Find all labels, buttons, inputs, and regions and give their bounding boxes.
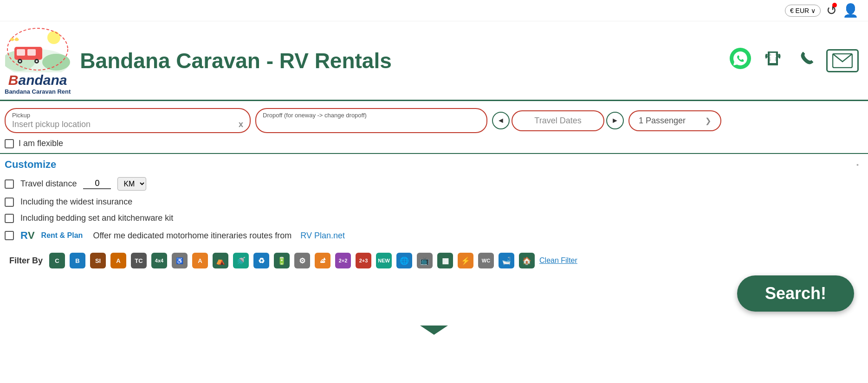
filter-badge-new[interactable]: NEW	[376, 253, 392, 268]
svg-rect-7	[27, 49, 36, 56]
customize-section: Customize ▪ Travel distance KM MI Includ…	[0, 154, 868, 275]
filter-badge-23[interactable]: 2+3	[356, 253, 371, 268]
filter-badge-tv[interactable]: 📺	[417, 253, 433, 268]
customize-title: Customize ▪	[5, 159, 859, 171]
filter-badge-tc[interactable]: TC	[131, 253, 147, 268]
filter-badge-22[interactable]: 2+2	[335, 253, 351, 268]
logo-svg	[5, 26, 70, 72]
passenger-chevron-icon: ❯	[705, 116, 711, 125]
bedding-label: Including bedding set and kitchenware ki…	[20, 213, 173, 223]
filter-badge-c[interactable]: C	[49, 253, 65, 268]
pickup-field[interactable]: Pickup Insert pickup location x	[5, 108, 251, 133]
bedding-checkbox[interactable]	[5, 214, 14, 223]
flexible-label: I am flexible	[19, 139, 63, 148]
filter-badge-battery[interactable]: 🔋	[274, 253, 290, 268]
filter-badge-recycle[interactable]: ♻	[253, 253, 269, 268]
search-row: Pickup Insert pickup location x Dropoff …	[5, 108, 859, 133]
search-button-area: Search!	[0, 275, 868, 321]
rv-brand-label: Rent & Plan	[41, 231, 83, 240]
bedding-row: Including bedding set and kitchenware ki…	[5, 213, 859, 223]
customize-title-text: Customize	[5, 159, 56, 171]
svg-point-9	[19, 60, 21, 62]
dropoff-input[interactable]	[263, 120, 480, 129]
rv-offer-text: Offer me dedicated motorhome itineraries…	[93, 231, 291, 241]
filter-badge-shower[interactable]: 🚿	[233, 253, 249, 268]
travel-dates-field[interactable]: Travel Dates	[512, 110, 604, 131]
svg-rect-6	[17, 49, 25, 56]
logo-subtitle: Bandana Caravan Rent	[5, 88, 71, 95]
header: Bandana Bandana Caravan Rent Bandana Car…	[0, 21, 868, 101]
pickup-inner: Insert pickup location x	[12, 120, 243, 129]
currency-label: € EUR	[790, 7, 809, 14]
search-section: Pickup Insert pickup location x Dropoff …	[0, 101, 868, 154]
site-title: Bandana Caravan - RV Rentals	[80, 48, 392, 73]
flexible-row: I am flexible	[5, 139, 859, 148]
filter-badge-wc[interactable]: ♿	[172, 253, 188, 268]
chevron-down-icon	[420, 326, 448, 335]
bottom-chevron-area	[0, 321, 868, 339]
header-right	[729, 47, 859, 75]
email-button[interactable]	[826, 49, 859, 72]
filter-badge-camp[interactable]: 🏕	[315, 253, 330, 268]
rv-offer-row: RV Rent & Plan Offer me dedicated motorh…	[5, 230, 859, 242]
svg-point-11	[36, 60, 38, 62]
whatsapp-icon[interactable]	[729, 47, 752, 75]
dates-wrapper: ◄ Travel Dates ►	[492, 110, 624, 131]
insurance-label: Including the widest insurance	[20, 197, 132, 207]
svg-point-3	[47, 31, 60, 44]
filter-badge-tent[interactable]: ⛺	[213, 253, 228, 268]
refresh-icon[interactable]: ↺	[826, 3, 837, 18]
filter-badge-a2[interactable]: A	[192, 253, 208, 268]
filter-badge-a[interactable]: A	[110, 253, 126, 268]
filter-row: Filter By C B SI A TC 4x4 ♿ A ⛺ 🚿 ♻ 🔋 ⚙ …	[5, 248, 859, 268]
header-left: Bandana Bandana Caravan Rent Bandana Car…	[5, 26, 392, 95]
passenger-value: 1 Passenger	[639, 116, 686, 126]
notification-dot	[832, 3, 837, 7]
insurance-row: Including the widest insurance	[5, 197, 859, 207]
filter-badge-b[interactable]: B	[70, 253, 85, 268]
pickup-label: Pickup	[12, 112, 243, 119]
dropoff-label: Dropoff (for oneway -> change dropoff)	[263, 112, 480, 119]
flexible-checkbox[interactable]	[5, 139, 14, 148]
filter-badge-home[interactable]: 🏠	[519, 253, 535, 268]
unit-select[interactable]: KM MI	[117, 177, 146, 191]
passenger-field[interactable]: 1 Passenger ❯	[628, 110, 721, 131]
user-icon[interactable]: 👤	[842, 3, 859, 18]
rv-offer-checkbox[interactable]	[5, 231, 14, 240]
filter-section: Filter By C B SI A TC 4x4 ♿ A ⛺ 🚿 ♻ 🔋 ⚙ …	[5, 248, 859, 268]
filter-badge-lightning[interactable]: ⚡	[458, 253, 473, 268]
next-dates-button[interactable]: ►	[606, 112, 624, 129]
logo-area: Bandana Bandana Caravan Rent	[5, 26, 71, 95]
search-button[interactable]: Search!	[737, 275, 854, 312]
filter-badge-si[interactable]: SI	[90, 253, 106, 268]
currency-selector[interactable]: € EUR ∨	[785, 5, 821, 17]
rv-plan-link[interactable]: RV Plan.net	[300, 231, 345, 241]
customize-collapse-icon[interactable]: ▪	[856, 161, 859, 168]
filter-by-label: Filter By	[9, 256, 43, 266]
filter-badge-bath[interactable]: 🛁	[499, 253, 514, 268]
dropoff-inner	[263, 120, 480, 129]
prev-dates-button[interactable]: ◄	[492, 112, 510, 129]
pickup-placeholder: Insert pickup location	[12, 120, 91, 129]
insurance-checkbox[interactable]	[5, 198, 14, 207]
distance-input[interactable]	[83, 179, 111, 189]
filter-badge-square[interactable]: ▦	[437, 253, 453, 268]
filter-badge-4x4[interactable]: 4x4	[151, 253, 167, 268]
dropoff-field[interactable]: Dropoff (for oneway -> change dropoff)	[255, 108, 487, 133]
logo-brand-text: Bandana	[8, 72, 67, 88]
travel-distance-label: Travel distance	[20, 179, 77, 189]
phone-button[interactable]	[794, 48, 817, 73]
filter-badge-globe[interactable]: 🌐	[396, 253, 412, 268]
travel-distance-row: Travel distance KM MI	[5, 177, 859, 191]
travel-distance-checkbox[interactable]	[5, 179, 14, 189]
phone-icon[interactable]	[761, 47, 784, 75]
rv-logo: RV	[20, 230, 35, 242]
pickup-clear-button[interactable]: x	[239, 120, 243, 129]
filter-badge-wc2[interactable]: WC	[478, 253, 494, 268]
clean-filter-button[interactable]: Clean Filter	[539, 256, 577, 265]
filter-badge-gear[interactable]: ⚙	[294, 253, 310, 268]
top-bar: € EUR ∨ ↺ 👤	[0, 0, 868, 21]
svg-point-2	[42, 54, 70, 70]
